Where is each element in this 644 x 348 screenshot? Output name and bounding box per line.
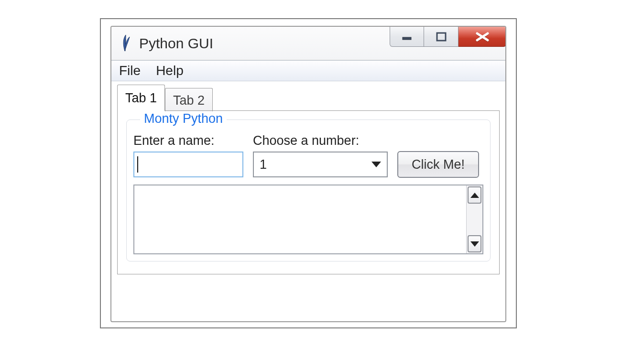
minimize-icon	[401, 32, 413, 42]
number-combobox-value: 1	[260, 157, 267, 172]
screenshot-border: Python GUI	[100, 18, 517, 328]
maximize-button[interactable]	[424, 26, 458, 47]
name-label: Enter a name:	[133, 133, 243, 148]
window-title: Python GUI	[139, 35, 213, 52]
tab-2[interactable]: Tab 2	[165, 88, 213, 112]
scrollbar[interactable]	[466, 185, 482, 253]
chevron-down-icon	[371, 162, 381, 167]
inputs-row: 1 Click Me!	[133, 151, 483, 178]
menu-help[interactable]: Help	[153, 63, 186, 78]
tab-underline	[117, 110, 500, 111]
name-input[interactable]	[133, 152, 243, 177]
tab-pane: Monty Python Enter a name: Choose a numb…	[117, 111, 500, 274]
caret-down-icon	[470, 241, 479, 247]
scroll-down-button[interactable]	[468, 235, 481, 252]
tabstrip: Tab 1Tab 2	[111, 84, 505, 111]
close-button[interactable]	[458, 26, 506, 47]
window-controls	[390, 26, 506, 47]
click-me-button[interactable]: Click Me!	[397, 151, 479, 178]
menubar: File Help	[111, 60, 505, 81]
feather-icon	[119, 34, 132, 53]
output-textarea-container	[133, 185, 483, 254]
svg-rect-1	[403, 37, 411, 40]
labels-row: Enter a name: Choose a number:	[133, 133, 483, 148]
output-textarea[interactable]	[134, 185, 466, 253]
text-cursor-icon	[137, 156, 138, 173]
svg-rect-2	[437, 33, 446, 41]
number-label: Choose a number:	[253, 133, 396, 148]
number-combobox[interactable]: 1	[253, 152, 388, 177]
window: Python GUI	[110, 26, 506, 322]
scroll-up-button[interactable]	[468, 186, 481, 204]
close-icon	[474, 31, 491, 43]
maximize-icon	[435, 32, 448, 42]
titlebar: Python GUI	[111, 27, 505, 60]
labelframe-title: Monty Python	[140, 111, 227, 126]
tab-1[interactable]: Tab 1	[117, 85, 165, 111]
click-me-button-label: Click Me!	[412, 157, 465, 172]
caret-up-icon	[470, 193, 479, 198]
menu-file[interactable]: File	[116, 63, 143, 78]
labelframe-monty-python: Monty Python Enter a name: Choose a numb…	[126, 120, 491, 261]
minimize-button[interactable]	[390, 26, 424, 47]
